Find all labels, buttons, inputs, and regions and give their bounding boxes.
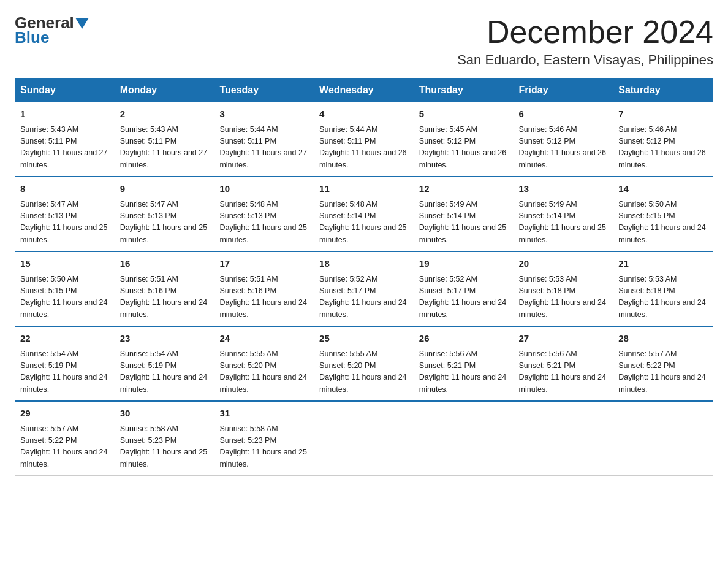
calendar-day-cell [414, 401, 514, 476]
day-info: Sunrise: 5:48 AM Sunset: 5:13 PM Dayligh… [219, 199, 309, 247]
weekday-header-monday: Monday [115, 79, 214, 102]
weekday-header-thursday: Thursday [414, 79, 514, 102]
day-number: 28 [618, 332, 708, 346]
calendar-week-row: 1 Sunrise: 5:43 AM Sunset: 5:11 PM Dayli… [15, 102, 713, 177]
day-info: Sunrise: 5:57 AM Sunset: 5:22 PM Dayligh… [618, 348, 708, 396]
calendar-day-cell: 22 Sunrise: 5:54 AM Sunset: 5:19 PM Dayl… [15, 326, 115, 401]
calendar-table: SundayMondayTuesdayWednesdayThursdayFrid… [15, 78, 713, 476]
day-number: 7 [618, 107, 708, 121]
logo-blue-text: Blue [15, 29, 49, 45]
calendar-week-row: 22 Sunrise: 5:54 AM Sunset: 5:19 PM Dayl… [15, 326, 713, 401]
location-title: San Eduardo, Eastern Visayas, Philippine… [457, 52, 713, 68]
calendar-day-cell: 28 Sunrise: 5:57 AM Sunset: 5:22 PM Dayl… [613, 326, 713, 401]
day-number: 14 [618, 182, 708, 196]
day-info: Sunrise: 5:52 AM Sunset: 5:17 PM Dayligh… [419, 274, 509, 321]
day-info: Sunrise: 5:51 AM Sunset: 5:16 PM Dayligh… [219, 274, 309, 321]
day-info: Sunrise: 5:45 AM Sunset: 5:12 PM Dayligh… [419, 124, 509, 172]
page-header: General Blue December 2024 San Eduardo, … [15, 15, 713, 68]
day-number: 30 [120, 407, 210, 421]
day-info: Sunrise: 5:52 AM Sunset: 5:17 PM Dayligh… [319, 274, 409, 321]
day-number: 5 [419, 107, 509, 121]
calendar-day-cell: 6 Sunrise: 5:46 AM Sunset: 5:12 PM Dayli… [514, 102, 613, 177]
calendar-day-cell [613, 401, 713, 476]
title-block: December 2024 San Eduardo, Eastern Visay… [457, 15, 713, 68]
day-info: Sunrise: 5:51 AM Sunset: 5:16 PM Dayligh… [120, 274, 210, 321]
day-number: 27 [519, 332, 609, 346]
calendar-day-cell: 1 Sunrise: 5:43 AM Sunset: 5:11 PM Dayli… [15, 102, 115, 177]
calendar-day-cell: 11 Sunrise: 5:48 AM Sunset: 5:14 PM Dayl… [314, 177, 414, 251]
calendar-week-row: 8 Sunrise: 5:47 AM Sunset: 5:13 PM Dayli… [15, 177, 713, 251]
calendar-day-cell: 20 Sunrise: 5:53 AM Sunset: 5:18 PM Dayl… [514, 251, 613, 326]
day-number: 8 [20, 182, 110, 196]
logo: General Blue [15, 15, 89, 45]
day-number: 1 [20, 107, 110, 121]
calendar-day-cell: 19 Sunrise: 5:52 AM Sunset: 5:17 PM Dayl… [414, 251, 514, 326]
calendar-day-cell: 2 Sunrise: 5:43 AM Sunset: 5:11 PM Dayli… [115, 102, 214, 177]
day-number: 17 [219, 257, 309, 271]
calendar-day-cell: 15 Sunrise: 5:50 AM Sunset: 5:15 PM Dayl… [15, 251, 115, 326]
day-info: Sunrise: 5:47 AM Sunset: 5:13 PM Dayligh… [20, 199, 110, 247]
day-info: Sunrise: 5:46 AM Sunset: 5:12 PM Dayligh… [519, 124, 609, 172]
weekday-header-wednesday: Wednesday [314, 79, 414, 102]
calendar-day-cell: 31 Sunrise: 5:58 AM Sunset: 5:23 PM Dayl… [214, 401, 314, 476]
day-info: Sunrise: 5:46 AM Sunset: 5:12 PM Dayligh… [618, 124, 708, 172]
day-info: Sunrise: 5:49 AM Sunset: 5:14 PM Dayligh… [519, 199, 609, 247]
day-number: 4 [319, 107, 409, 121]
calendar-day-cell: 10 Sunrise: 5:48 AM Sunset: 5:13 PM Dayl… [214, 177, 314, 251]
day-number: 23 [120, 332, 210, 346]
weekday-header-saturday: Saturday [613, 79, 713, 102]
calendar-day-cell: 5 Sunrise: 5:45 AM Sunset: 5:12 PM Dayli… [414, 102, 514, 177]
day-number: 11 [319, 182, 409, 196]
calendar-day-cell [314, 401, 414, 476]
calendar-day-cell: 18 Sunrise: 5:52 AM Sunset: 5:17 PM Dayl… [314, 251, 414, 326]
day-number: 12 [419, 182, 509, 196]
day-number: 22 [20, 332, 110, 346]
day-number: 21 [618, 257, 708, 271]
day-number: 10 [219, 182, 309, 196]
calendar-day-cell: 4 Sunrise: 5:44 AM Sunset: 5:11 PM Dayli… [314, 102, 414, 177]
day-number: 26 [419, 332, 509, 346]
day-info: Sunrise: 5:58 AM Sunset: 5:23 PM Dayligh… [219, 423, 309, 471]
day-info: Sunrise: 5:48 AM Sunset: 5:14 PM Dayligh… [319, 199, 409, 247]
day-info: Sunrise: 5:49 AM Sunset: 5:14 PM Dayligh… [419, 199, 509, 247]
day-info: Sunrise: 5:56 AM Sunset: 5:21 PM Dayligh… [419, 348, 509, 396]
weekday-header-friday: Friday [514, 79, 613, 102]
calendar-day-cell: 25 Sunrise: 5:55 AM Sunset: 5:20 PM Dayl… [314, 326, 414, 401]
day-number: 16 [120, 257, 210, 271]
day-info: Sunrise: 5:44 AM Sunset: 5:11 PM Dayligh… [319, 124, 409, 172]
calendar-day-cell: 24 Sunrise: 5:55 AM Sunset: 5:20 PM Dayl… [214, 326, 314, 401]
day-info: Sunrise: 5:43 AM Sunset: 5:11 PM Dayligh… [20, 124, 110, 172]
calendar-week-row: 15 Sunrise: 5:50 AM Sunset: 5:15 PM Dayl… [15, 251, 713, 326]
calendar-day-cell: 23 Sunrise: 5:54 AM Sunset: 5:19 PM Dayl… [115, 326, 214, 401]
weekday-header-tuesday: Tuesday [214, 79, 314, 102]
day-info: Sunrise: 5:55 AM Sunset: 5:20 PM Dayligh… [219, 348, 309, 396]
calendar-day-cell [514, 401, 613, 476]
calendar-day-cell: 27 Sunrise: 5:56 AM Sunset: 5:21 PM Dayl… [514, 326, 613, 401]
calendar-day-cell: 17 Sunrise: 5:51 AM Sunset: 5:16 PM Dayl… [214, 251, 314, 326]
day-info: Sunrise: 5:53 AM Sunset: 5:18 PM Dayligh… [519, 274, 609, 321]
day-number: 3 [219, 107, 309, 121]
calendar-day-cell: 21 Sunrise: 5:53 AM Sunset: 5:18 PM Dayl… [613, 251, 713, 326]
day-info: Sunrise: 5:44 AM Sunset: 5:11 PM Dayligh… [219, 124, 309, 172]
calendar-day-cell: 29 Sunrise: 5:57 AM Sunset: 5:22 PM Dayl… [15, 401, 115, 476]
day-number: 29 [20, 407, 110, 421]
day-info: Sunrise: 5:50 AM Sunset: 5:15 PM Dayligh… [618, 199, 708, 247]
day-info: Sunrise: 5:50 AM Sunset: 5:15 PM Dayligh… [20, 274, 110, 321]
day-info: Sunrise: 5:47 AM Sunset: 5:13 PM Dayligh… [120, 199, 210, 247]
calendar-day-cell: 9 Sunrise: 5:47 AM Sunset: 5:13 PM Dayli… [115, 177, 214, 251]
day-info: Sunrise: 5:54 AM Sunset: 5:19 PM Dayligh… [20, 348, 110, 396]
calendar-day-cell: 13 Sunrise: 5:49 AM Sunset: 5:14 PM Dayl… [514, 177, 613, 251]
day-info: Sunrise: 5:58 AM Sunset: 5:23 PM Dayligh… [120, 423, 210, 471]
day-number: 15 [20, 257, 110, 271]
calendar-day-cell: 3 Sunrise: 5:44 AM Sunset: 5:11 PM Dayli… [214, 102, 314, 177]
day-info: Sunrise: 5:54 AM Sunset: 5:19 PM Dayligh… [120, 348, 210, 396]
day-number: 6 [519, 107, 609, 121]
day-number: 19 [419, 257, 509, 271]
calendar-day-cell: 8 Sunrise: 5:47 AM Sunset: 5:13 PM Dayli… [15, 177, 115, 251]
month-title: December 2024 [457, 15, 713, 50]
calendar-day-cell: 30 Sunrise: 5:58 AM Sunset: 5:23 PM Dayl… [115, 401, 214, 476]
day-info: Sunrise: 5:57 AM Sunset: 5:22 PM Dayligh… [20, 423, 110, 471]
calendar-day-cell: 14 Sunrise: 5:50 AM Sunset: 5:15 PM Dayl… [613, 177, 713, 251]
day-number: 9 [120, 182, 210, 196]
day-info: Sunrise: 5:43 AM Sunset: 5:11 PM Dayligh… [120, 124, 210, 172]
